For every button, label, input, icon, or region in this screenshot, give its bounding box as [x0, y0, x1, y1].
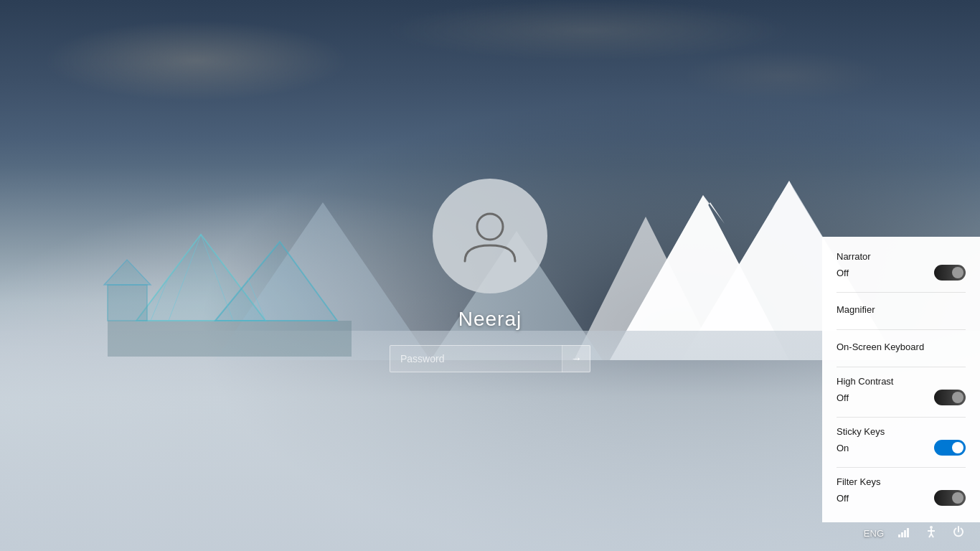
filter-keys-item: Filter Keys Off: [837, 476, 966, 506]
sticky-keys-toggle[interactable]: [934, 440, 966, 456]
filter-keys-toggle-row: Off: [837, 490, 966, 506]
narrator-toggle[interactable]: [934, 265, 966, 281]
password-input[interactable]: [390, 345, 590, 372]
svg-rect-7: [108, 321, 352, 357]
svg-line-27: [931, 534, 933, 537]
power-icon[interactable]: [951, 524, 966, 542]
high-contrast-toggle-row: Off: [837, 390, 966, 405]
filter-keys-toggle[interactable]: [934, 490, 966, 506]
magnifier-item: Magnifier: [837, 301, 966, 318]
divider-5: [837, 467, 966, 468]
divider-4: [837, 417, 966, 418]
filter-keys-status: Off: [837, 493, 849, 504]
sticky-keys-label: Sticky Keys: [837, 426, 966, 437]
narrator-label: Narrator: [837, 251, 966, 262]
sticky-keys-item: Sticky Keys On: [837, 426, 966, 456]
accessibility-panel: Narrator Off Magnifier On-Screen Keyboar…: [822, 237, 980, 522]
high-contrast-status: Off: [837, 392, 849, 403]
svg-rect-20: [901, 532, 903, 537]
user-name: Neeraj: [458, 308, 522, 331]
divider-1: [837, 292, 966, 293]
svg-point-23: [930, 526, 933, 529]
svg-point-18: [477, 214, 503, 240]
narrator-toggle-row: Off: [837, 265, 966, 281]
svg-rect-19: [898, 534, 900, 537]
divider-3: [837, 367, 966, 367]
on-screen-keyboard-item: On-Screen Keyboard: [837, 339, 966, 355]
greenhouse-structure: [93, 220, 366, 364]
high-contrast-item: High Contrast Off: [837, 376, 966, 405]
svg-rect-21: [904, 530, 906, 537]
on-screen-keyboard-label[interactable]: On-Screen Keyboard: [837, 339, 966, 355]
arrow-icon: →: [571, 352, 583, 365]
high-contrast-label: High Contrast: [837, 376, 966, 387]
svg-rect-22: [907, 528, 909, 537]
user-avatar: [433, 179, 547, 293]
bottom-right-icons: ENG: [864, 524, 966, 542]
filter-keys-label: Filter Keys: [837, 476, 966, 487]
narrator-status: Off: [837, 268, 849, 278]
password-submit-button[interactable]: →: [562, 345, 590, 372]
password-container: →: [390, 345, 590, 372]
sticky-keys-toggle-row: On: [837, 440, 966, 456]
svg-marker-17: [104, 260, 151, 285]
divider-2: [837, 329, 966, 330]
high-contrast-toggle[interactable]: [934, 390, 966, 405]
accessibility-icon[interactable]: [924, 524, 938, 542]
narrator-item: Narrator Off: [837, 251, 966, 281]
svg-rect-16: [108, 285, 147, 321]
sticky-keys-status: On: [837, 443, 849, 453]
login-center: Neeraj →: [390, 179, 590, 372]
language-button[interactable]: ENG: [864, 528, 884, 539]
network-icon[interactable]: [897, 524, 911, 542]
magnifier-label[interactable]: Magnifier: [837, 301, 966, 318]
